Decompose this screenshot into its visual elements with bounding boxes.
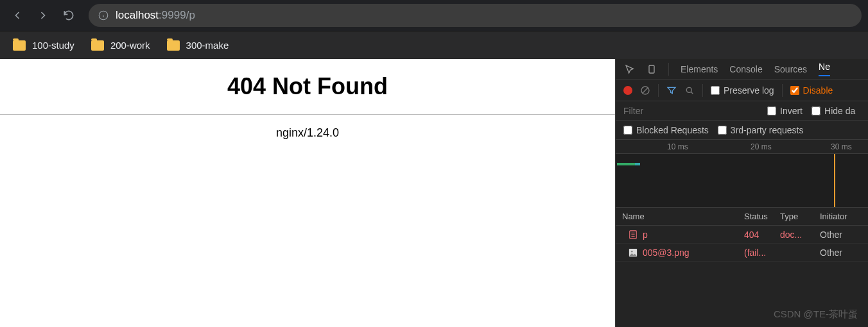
address-bar[interactable]: localhost:9999/p [89, 4, 862, 27]
disable-cache-checkbox[interactable]: Disable [790, 85, 833, 96]
col-name[interactable]: Name [616, 212, 744, 221]
page-content: 404 Not Found nginx/1.24.0 [0, 59, 615, 327]
svg-point-13 [631, 250, 633, 252]
bookmark-label: 100-study [32, 40, 74, 51]
hide-data-checkbox[interactable]: Hide da [812, 106, 855, 116]
col-status[interactable]: Status [744, 212, 780, 221]
bookmark-folder[interactable]: 300-make [159, 36, 237, 55]
devtools-panel: Elements Console Sources Ne Preserve log… [615, 59, 868, 327]
bookmark-folder[interactable]: 100-study [5, 36, 82, 55]
folder-icon [167, 40, 180, 51]
clear-icon[interactable] [640, 85, 650, 96]
timeline-tick: 10 ms [667, 142, 688, 151]
network-table: Name Status Type Initiator p 404 doc... … [616, 208, 868, 327]
timeline-tick: 20 ms [751, 142, 772, 151]
forward-button[interactable] [32, 4, 54, 26]
filter-input[interactable] [623, 106, 758, 116]
search-icon[interactable] [684, 85, 695, 96]
reload-button[interactable] [58, 4, 80, 26]
image-icon [629, 248, 638, 257]
server-signature: nginx/1.24.0 [0, 126, 615, 140]
bookmark-label: 200-work [110, 40, 150, 51]
network-toolbar: Preserve log Disable [616, 80, 868, 101]
devtools-tabs: Elements Console Sources Ne [616, 59, 868, 80]
bookmarks-bar: 100-study 200-work 300-make [0, 31, 868, 59]
inspect-icon[interactable] [625, 64, 635, 74]
filter-icon[interactable] [666, 85, 677, 96]
svg-rect-3 [649, 65, 654, 73]
tab-console[interactable]: Console [729, 64, 762, 74]
timeline-tick: 30 ms [831, 142, 852, 151]
browser-navbar: localhost:9999/p [0, 0, 868, 31]
table-row[interactable]: p 404 doc... Other [616, 226, 868, 244]
table-row[interactable]: 005@3.png (fail... Other [616, 244, 868, 262]
reload-icon [62, 9, 75, 22]
svg-line-7 [691, 92, 693, 94]
svg-line-5 [642, 87, 648, 93]
folder-icon [91, 40, 104, 51]
document-icon [629, 230, 638, 239]
filter-row: Invert Hide da [616, 101, 868, 121]
timeline-header: 10 ms 20 ms 30 ms [616, 140, 868, 154]
bookmark-folder[interactable]: 200-work [83, 36, 158, 55]
error-heading: 404 Not Found [0, 73, 615, 100]
thirdparty-checkbox[interactable]: 3rd-party requests [718, 125, 804, 135]
arrow-left-icon [11, 9, 24, 22]
folder-icon [13, 40, 26, 51]
col-initiator[interactable]: Initiator [816, 212, 868, 221]
preserve-log-checkbox[interactable]: Preserve log [711, 85, 774, 96]
col-type[interactable]: Type [780, 212, 816, 221]
bookmark-label: 300-make [186, 40, 229, 51]
tab-elements[interactable]: Elements [681, 64, 718, 74]
info-icon [98, 10, 109, 21]
table-header: Name Status Type Initiator [616, 208, 868, 226]
record-button[interactable] [623, 86, 632, 95]
invert-checkbox[interactable]: Invert [767, 106, 803, 116]
device-icon[interactable] [647, 64, 657, 74]
filter-row-2: Blocked Requests 3rd-party requests [616, 121, 868, 140]
divider [0, 114, 615, 115]
back-button[interactable] [6, 4, 28, 26]
tab-sources[interactable]: Sources [774, 64, 807, 74]
timeline-body[interactable] [616, 154, 868, 208]
arrow-right-icon [37, 9, 49, 22]
blocked-requests-checkbox[interactable]: Blocked Requests [623, 125, 709, 135]
tab-network[interactable]: Ne [819, 62, 830, 76]
url-text: localhost:9999/p [116, 9, 195, 22]
